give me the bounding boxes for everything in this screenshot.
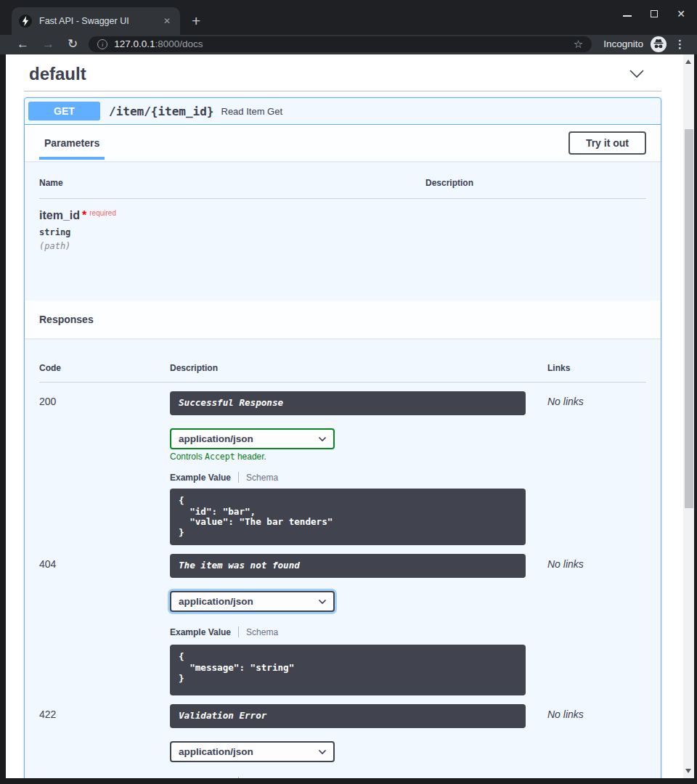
parameter-type: string [39, 227, 425, 237]
operation-summary[interactable]: GET /item/{item_id} Read Item Get [25, 98, 661, 125]
example-schema-tabs: Example Value Schema [170, 472, 547, 483]
response-row-200: 200 Successful Response application/json… [39, 391, 646, 545]
col-header-code: Code [39, 363, 170, 373]
responses-table-head: Code Description Links [39, 353, 646, 383]
tab-separator [238, 472, 239, 483]
response-description-cell: Validation Error application/json Exampl… [170, 704, 547, 778]
tab-title: Fast API - Swagger UI [39, 16, 160, 26]
back-icon[interactable]: ← [10, 38, 36, 50]
chevron-down-icon [629, 69, 645, 79]
window-maximize-button[interactable] [651, 10, 658, 17]
swagger-ui: default GET /item/{item_id} Read Item Ge… [6, 54, 683, 778]
media-type-select[interactable]: application/json [170, 591, 335, 612]
response-description-cell: Successful Response application/json Con… [170, 391, 547, 545]
media-type-select-wrap: application/json [170, 741, 335, 762]
col-header-links: Links [547, 363, 646, 373]
operation-path: /item/{item_id} [109, 105, 214, 118]
scrollbar-down-arrow[interactable] [685, 769, 691, 773]
tab-schema[interactable]: Schema [246, 777, 278, 778]
scrollbar-up-arrow[interactable] [685, 60, 691, 64]
parameter-location: (path) [39, 241, 425, 251]
parameters-header: Parameters Try it out [25, 125, 661, 161]
section-title: default [29, 64, 86, 84]
section-header-default[interactable]: default [24, 63, 661, 85]
required-star: * [82, 209, 86, 221]
browser-menu-icon[interactable]: ⋮ [670, 38, 690, 51]
browser-window: Fast API - Swagger UI ✕ + ✕ ← → ↻ i 127.… [0, 0, 697, 784]
example-schema-tabs: Example Value Schema [170, 626, 547, 637]
tab-example-value[interactable]: Example Value [170, 627, 231, 637]
try-it-out-button[interactable]: Try it out [568, 131, 646, 155]
response-row-422: 422 Validation Error application/json [39, 704, 646, 778]
address-bar[interactable]: i 127.0.0.1:8000/docs ☆ [89, 36, 592, 52]
fastapi-favicon-icon [19, 15, 32, 28]
window-close-button[interactable]: ✕ [677, 10, 685, 17]
forward-icon[interactable]: → [36, 38, 61, 50]
response-code: 200 [39, 391, 170, 545]
section-divider [24, 91, 661, 91]
parameter-row: item_id*required string (path) [39, 199, 646, 301]
scrollbar-thumb[interactable] [685, 129, 693, 508]
response-links: No links [547, 554, 646, 695]
required-label: required [89, 209, 116, 217]
browser-tab[interactable]: Fast API - Swagger UI ✕ [12, 7, 180, 35]
responses-table: Code Description Links 200 Successful Re… [25, 338, 661, 778]
opblock-get: GET /item/{item_id} Read Item Get Parame… [24, 97, 661, 778]
response-row-404: 404 The item was not found application/j… [39, 554, 646, 695]
reload-icon[interactable]: ↻ [61, 38, 84, 50]
url-path: :8000/docs [155, 38, 203, 49]
url-host: 127.0.0.1 [114, 38, 155, 49]
tab-separator [238, 626, 239, 637]
swagger-page: default GET /item/{item_id} Read Item Ge… [6, 54, 683, 778]
bookmark-star-icon[interactable]: ☆ [574, 38, 583, 51]
media-type-select-wrap: application/json [170, 591, 335, 612]
example-schema-tabs: Example Value Schema [170, 777, 547, 778]
url-text: 127.0.0.1:8000/docs [114, 38, 203, 49]
tab-separator [238, 777, 239, 778]
response-links: No links [547, 704, 646, 778]
example-json: { "id": "bar", "value": "The bar tenders… [170, 489, 526, 545]
incognito-indicator: Incognito [603, 36, 667, 53]
col-header-description: Description [425, 178, 646, 188]
response-description: The item was not found [170, 554, 526, 578]
parameters-table: Name Description item_id*required string… [25, 161, 661, 301]
accept-header-note: Controls Accept header. [170, 452, 547, 462]
incognito-icon [650, 36, 667, 53]
tab-schema[interactable]: Schema [246, 627, 278, 637]
parameters-table-head: Name Description [39, 172, 646, 199]
response-description: Successful Response [170, 391, 526, 415]
responses-title: Responses [39, 314, 94, 325]
media-type-select[interactable]: application/json [170, 428, 335, 449]
new-tab-button[interactable]: + [192, 13, 200, 28]
browser-toolbar: ← → ↻ i 127.0.0.1:8000/docs ☆ Incognito … [0, 35, 697, 54]
media-type-select[interactable]: application/json [170, 741, 335, 762]
tab-strip: Fast API - Swagger UI ✕ + ✕ [0, 0, 697, 35]
response-code: 404 [39, 554, 170, 695]
responses-header: Responses [25, 301, 661, 338]
media-type-select-wrap: application/json [170, 428, 335, 449]
response-code: 422 [39, 704, 170, 778]
parameter-cell: item_id*required string (path) [39, 209, 425, 251]
window-controls: ✕ [623, 10, 685, 17]
tab-schema[interactable]: Schema [246, 473, 278, 483]
response-links: No links [547, 391, 646, 545]
window-minimize-button[interactable] [623, 11, 632, 17]
tab-example-value[interactable]: Example Value [170, 777, 231, 778]
response-description-cell: The item was not found application/json … [170, 554, 547, 695]
tab-example-value[interactable]: Example Value [170, 473, 231, 483]
tab-close-icon[interactable]: ✕ [160, 15, 174, 28]
operation-summary-text: Read Item Get [221, 106, 283, 117]
page-info-icon[interactable]: i [97, 39, 107, 49]
http-method-badge: GET [28, 102, 100, 121]
parameter-name: item_id*required [39, 209, 425, 222]
col-header-name: Name [39, 178, 425, 188]
response-description: Validation Error [170, 704, 526, 728]
col-header-description: Description [170, 363, 547, 373]
vertical-scrollbar[interactable] [683, 54, 694, 778]
page-shell: default GET /item/{item_id} Read Item Ge… [0, 54, 697, 784]
tab-parameters: Parameters [39, 137, 105, 149]
parameter-description-cell [425, 209, 646, 251]
example-json: { "message": "string" } [170, 645, 526, 695]
incognito-label: Incognito [603, 38, 643, 49]
